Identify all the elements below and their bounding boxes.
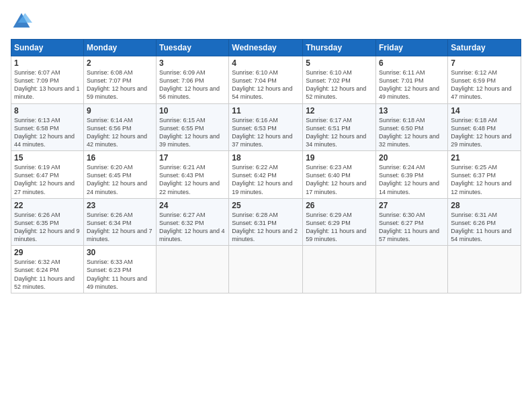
day-number: 8 xyxy=(14,106,81,116)
calendar-cell: 9 Sunrise: 6:14 AMSunset: 6:56 PMDayligh… xyxy=(83,103,156,151)
calendar-cell: 6 Sunrise: 6:11 AMSunset: 7:01 PMDayligh… xyxy=(376,56,448,104)
weekday-header-wednesday: Wednesday xyxy=(229,40,303,56)
day-number: 27 xyxy=(379,201,445,210)
day-number: 13 xyxy=(379,106,445,116)
day-number: 16 xyxy=(87,153,153,163)
day-info: Sunrise: 6:08 AMSunset: 7:07 PMDaylight:… xyxy=(87,69,147,100)
calendar-week-5: 29 Sunrise: 6:32 AMSunset: 6:24 PMDaylig… xyxy=(11,246,521,293)
day-number: 15 xyxy=(14,153,81,163)
calendar-cell: 2 Sunrise: 6:08 AMSunset: 7:07 PMDayligh… xyxy=(83,56,156,104)
calendar-week-2: 8 Sunrise: 6:13 AMSunset: 6:58 PMDayligh… xyxy=(11,103,521,151)
day-info: Sunrise: 6:18 AMSunset: 6:48 PMDaylight:… xyxy=(451,117,511,148)
calendar-week-4: 22 Sunrise: 6:26 AMSunset: 6:35 PMDaylig… xyxy=(11,198,521,246)
calendar-cell: 24 Sunrise: 6:27 AMSunset: 6:32 PMDaylig… xyxy=(157,198,229,246)
day-info: Sunrise: 6:31 AMSunset: 6:26 PMDaylight:… xyxy=(451,212,511,242)
day-number: 22 xyxy=(14,201,81,210)
day-info: Sunrise: 6:22 AMSunset: 6:42 PMDaylight:… xyxy=(232,164,292,195)
day-info: Sunrise: 6:30 AMSunset: 6:27 PMDaylight:… xyxy=(379,212,439,242)
day-number: 2 xyxy=(87,58,153,68)
day-info: Sunrise: 6:27 AMSunset: 6:32 PMDaylight:… xyxy=(159,212,225,242)
calendar-cell: 27 Sunrise: 6:30 AMSunset: 6:27 PMDaylig… xyxy=(376,198,448,246)
calendar-cell: 3 Sunrise: 6:09 AMSunset: 7:06 PMDayligh… xyxy=(157,56,229,104)
day-number: 1 xyxy=(14,58,81,68)
calendar-cell: 11 Sunrise: 6:16 AMSunset: 6:53 PMDaylig… xyxy=(229,103,303,151)
day-number: 6 xyxy=(379,58,445,68)
day-info: Sunrise: 6:26 AMSunset: 6:34 PMDaylight:… xyxy=(87,212,152,242)
day-number: 7 xyxy=(451,58,518,68)
day-info: Sunrise: 6:19 AMSunset: 6:47 PMDaylight:… xyxy=(14,164,75,195)
day-info: Sunrise: 6:17 AMSunset: 6:51 PMDaylight:… xyxy=(306,117,366,148)
calendar-cell: 22 Sunrise: 6:26 AMSunset: 6:35 PMDaylig… xyxy=(11,198,84,246)
day-number: 20 xyxy=(379,153,445,163)
calendar-page: SundayMondayTuesdayWednesdayThursdayFrid… xyxy=(0,0,532,411)
weekday-header-monday: Monday xyxy=(83,40,156,56)
calendar-cell: 14 Sunrise: 6:18 AMSunset: 6:48 PMDaylig… xyxy=(448,103,521,151)
calendar-cell: 28 Sunrise: 6:31 AMSunset: 6:26 PMDaylig… xyxy=(448,198,521,246)
day-info: Sunrise: 6:28 AMSunset: 6:31 PMDaylight:… xyxy=(232,212,298,242)
day-number: 12 xyxy=(306,106,373,116)
day-info: Sunrise: 6:20 AMSunset: 6:45 PMDaylight:… xyxy=(87,164,147,195)
day-number: 25 xyxy=(232,201,300,210)
day-number: 24 xyxy=(159,201,226,210)
page-header xyxy=(11,11,521,32)
calendar-cell xyxy=(157,246,229,293)
calendar-cell: 19 Sunrise: 6:23 AMSunset: 6:40 PMDaylig… xyxy=(303,151,376,199)
day-number: 29 xyxy=(14,248,81,257)
day-info: Sunrise: 6:25 AMSunset: 6:37 PMDaylight:… xyxy=(451,164,511,195)
calendar-cell: 20 Sunrise: 6:24 AMSunset: 6:39 PMDaylig… xyxy=(376,151,448,199)
calendar-table: SundayMondayTuesdayWednesdayThursdayFrid… xyxy=(11,39,521,293)
calendar-week-3: 15 Sunrise: 6:19 AMSunset: 6:47 PMDaylig… xyxy=(11,151,521,199)
day-info: Sunrise: 6:24 AMSunset: 6:39 PMDaylight:… xyxy=(379,164,439,195)
day-info: Sunrise: 6:07 AMSunset: 7:09 PMDaylight:… xyxy=(14,69,80,100)
weekday-header-thursday: Thursday xyxy=(303,40,376,56)
day-info: Sunrise: 6:11 AMSunset: 7:01 PMDaylight:… xyxy=(379,69,439,100)
calendar-cell: 4 Sunrise: 6:10 AMSunset: 7:04 PMDayligh… xyxy=(229,56,303,104)
day-number: 30 xyxy=(87,248,153,257)
calendar-cell: 18 Sunrise: 6:22 AMSunset: 6:42 PMDaylig… xyxy=(229,151,303,199)
calendar-cell: 5 Sunrise: 6:10 AMSunset: 7:02 PMDayligh… xyxy=(303,56,376,104)
weekday-header-row: SundayMondayTuesdayWednesdayThursdayFrid… xyxy=(11,40,521,56)
calendar-cell: 26 Sunrise: 6:29 AMSunset: 6:29 PMDaylig… xyxy=(303,198,376,246)
calendar-cell: 1 Sunrise: 6:07 AMSunset: 7:09 PMDayligh… xyxy=(11,56,84,104)
day-info: Sunrise: 6:32 AMSunset: 6:24 PMDaylight:… xyxy=(14,259,75,289)
day-number: 5 xyxy=(306,58,373,68)
day-info: Sunrise: 6:15 AMSunset: 6:55 PMDaylight:… xyxy=(159,117,220,148)
day-info: Sunrise: 6:10 AMSunset: 7:02 PMDaylight:… xyxy=(306,69,366,100)
day-info: Sunrise: 6:18 AMSunset: 6:50 PMDaylight:… xyxy=(379,117,439,148)
day-number: 18 xyxy=(232,153,300,163)
calendar-cell xyxy=(303,246,376,293)
calendar-cell xyxy=(448,246,521,293)
day-info: Sunrise: 6:33 AMSunset: 6:23 PMDaylight:… xyxy=(87,259,147,289)
day-number: 9 xyxy=(87,106,153,116)
calendar-cell: 30 Sunrise: 6:33 AMSunset: 6:23 PMDaylig… xyxy=(83,246,156,293)
calendar-cell xyxy=(229,246,303,293)
calendar-cell: 7 Sunrise: 6:12 AMSunset: 6:59 PMDayligh… xyxy=(448,56,521,104)
calendar-cell: 12 Sunrise: 6:17 AMSunset: 6:51 PMDaylig… xyxy=(303,103,376,151)
day-number: 23 xyxy=(87,201,153,210)
calendar-cell: 10 Sunrise: 6:15 AMSunset: 6:55 PMDaylig… xyxy=(157,103,229,151)
day-info: Sunrise: 6:13 AMSunset: 6:58 PMDaylight:… xyxy=(14,117,75,148)
calendar-cell: 13 Sunrise: 6:18 AMSunset: 6:50 PMDaylig… xyxy=(376,103,448,151)
day-number: 4 xyxy=(232,58,300,68)
day-info: Sunrise: 6:16 AMSunset: 6:53 PMDaylight:… xyxy=(232,117,292,148)
day-number: 17 xyxy=(159,153,226,163)
logo-icon xyxy=(11,11,32,32)
calendar-cell: 15 Sunrise: 6:19 AMSunset: 6:47 PMDaylig… xyxy=(11,151,84,199)
day-number: 10 xyxy=(159,106,226,116)
day-info: Sunrise: 6:10 AMSunset: 7:04 PMDaylight:… xyxy=(232,69,292,100)
calendar-cell: 23 Sunrise: 6:26 AMSunset: 6:34 PMDaylig… xyxy=(83,198,156,246)
day-number: 21 xyxy=(451,153,518,163)
calendar-cell: 29 Sunrise: 6:32 AMSunset: 6:24 PMDaylig… xyxy=(11,246,84,293)
day-info: Sunrise: 6:09 AMSunset: 7:06 PMDaylight:… xyxy=(159,69,220,100)
day-info: Sunrise: 6:14 AMSunset: 6:56 PMDaylight:… xyxy=(87,117,147,148)
weekday-header-tuesday: Tuesday xyxy=(157,40,229,56)
calendar-week-1: 1 Sunrise: 6:07 AMSunset: 7:09 PMDayligh… xyxy=(11,56,521,104)
weekday-header-saturday: Saturday xyxy=(448,40,521,56)
logo xyxy=(11,11,35,32)
calendar-body: 1 Sunrise: 6:07 AMSunset: 7:09 PMDayligh… xyxy=(11,56,521,293)
day-info: Sunrise: 6:23 AMSunset: 6:40 PMDaylight:… xyxy=(306,164,366,195)
day-number: 28 xyxy=(451,201,518,210)
calendar-cell xyxy=(376,246,448,293)
calendar-cell: 25 Sunrise: 6:28 AMSunset: 6:31 PMDaylig… xyxy=(229,198,303,246)
day-number: 11 xyxy=(232,106,300,116)
